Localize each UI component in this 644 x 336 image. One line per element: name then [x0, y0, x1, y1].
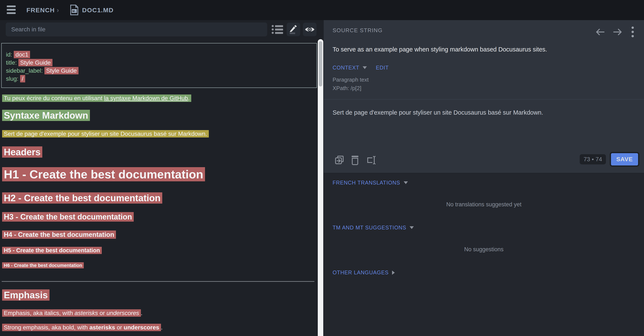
source-string-text: To serve as an example page when styling… — [332, 46, 547, 53]
translation-text: Sert de page d'exemple pour styliser un … — [332, 109, 543, 116]
string-intro-translated[interactable]: Tu peux écrire du contenu en utilisant l… — [2, 94, 191, 102]
string-headers[interactable]: Headers — [2, 146, 42, 158]
copy-source-icon[interactable] — [335, 155, 344, 165]
heading-h1: H1 - Create the best documentation — [2, 167, 205, 181]
more-options-kebab-icon[interactable] — [631, 26, 635, 38]
breadcrumb-file[interactable]: DOC1.MD — [82, 0, 114, 20]
heading-h5: H5 - Create the best documentation — [2, 247, 102, 254]
string-strong[interactable]: Strong emphasis, aka bold, with asterisk… — [2, 324, 161, 331]
string-h5[interactable]: H5 - Create the best documentation — [2, 247, 102, 254]
translation-editor[interactable]: Sert de page d'exemple pour styliser un … — [324, 100, 644, 149]
french-translations-section-header[interactable]: FRENCH TRANSLATIONS — [332, 180, 400, 186]
text-cursor-icon[interactable] — [366, 155, 376, 165]
next-string-arrow-icon[interactable] — [613, 28, 622, 36]
heading-h2: H2 - Create the best documentation — [2, 193, 162, 203]
translations-triangle-down-icon[interactable] — [404, 181, 408, 184]
vertical-scrollbar[interactable] — [318, 39, 323, 336]
string-h3[interactable]: H3 - Create the best documentation — [2, 212, 134, 222]
heading-h6: H6 - Create the best documentation — [2, 263, 84, 268]
other-languages-triangle-right-icon[interactable] — [392, 271, 395, 275]
heading-headers: Headers — [2, 147, 42, 157]
string-selected[interactable]: Sert de page d'exemple pour styliser un … — [2, 130, 209, 137]
context-triangle-down-icon[interactable] — [362, 66, 367, 69]
string-emphasis[interactable]: Emphasis, aka italics, with asterisks or… — [2, 309, 141, 317]
breadcrumb-project[interactable]: FRENCH — [26, 0, 55, 20]
source-string-section: SOURCE STRING To serve as an example pag… — [324, 20, 644, 173]
document-preview: Tu peux écrire du contenu en utilisant l… — [0, 20, 318, 336]
character-counter-badge: 73 • 74 — [580, 154, 606, 164]
delete-translation-trash-icon[interactable] — [351, 155, 359, 165]
hamburger-menu-icon[interactable] — [7, 6, 16, 14]
heading-emphasis: Emphasis — [2, 290, 50, 300]
edit-context-button[interactable]: EDIT — [376, 65, 389, 71]
translation-toolbar: 73 • 74 SAVE — [324, 149, 644, 173]
no-suggestions-text: No suggestions — [324, 246, 644, 253]
source-string-label: SOURCE STRING — [332, 27, 382, 34]
context-type-text: Paragraph text — [332, 76, 369, 83]
svg-text:M↓: M↓ — [72, 10, 76, 13]
topbar: FRENCH › M↓ DOC1.MD — [0, 0, 644, 20]
paragraph-strong: Strong emphasis, aka bold, with asterisk… — [2, 324, 162, 331]
string-h2[interactable]: H2 - Create the best documentation — [2, 192, 162, 204]
paragraph-selected: Sert de page d'exemple pour styliser un … — [2, 130, 209, 137]
context-dropdown[interactable]: CONTEXT — [332, 65, 359, 71]
string-emphasis-heading[interactable]: Emphasis — [2, 289, 50, 301]
string-h4[interactable]: H4 - Create the best documentation — [2, 231, 116, 239]
no-translations-text: No translations suggested yet — [324, 201, 644, 208]
horizontal-rule — [2, 281, 314, 282]
heading-syntax: Syntaxe Markdown — [2, 110, 90, 121]
heading-h3: H3 - Create the best documentation — [2, 213, 134, 221]
markdown-file-icon: M↓ — [70, 5, 79, 16]
heading-h4: H4 - Create the best documentation — [2, 231, 116, 239]
tm-mt-suggestions-section-header[interactable]: TM AND MT SUGGESTIONS — [332, 225, 406, 231]
paragraph-intro: Tu peux écrire du contenu en utilisant l… — [2, 95, 191, 102]
translation-panel: SOURCE STRING To serve as an example pag… — [324, 20, 644, 336]
string-syntax-translated[interactable]: Syntaxe Markdown — [2, 110, 90, 121]
breadcrumb-chevron-icon: › — [57, 0, 59, 20]
tm-triangle-down-icon[interactable] — [410, 226, 414, 229]
suggestions-area: FRENCH TRANSLATIONS No translations sugg… — [324, 174, 644, 336]
file-preview-panel: id: doc1 title: Style Guide sidebar_labe… — [0, 20, 318, 336]
markdown-link[interactable]: la syntaxe Markdown de GitHub — [104, 95, 188, 101]
other-languages-section-header[interactable]: OTHER LANGUAGES — [332, 269, 389, 276]
paragraph-emphasis: Emphasis, aka italics, with asterisks or… — [2, 310, 142, 316]
previous-string-arrow-icon[interactable] — [596, 28, 604, 36]
save-button[interactable]: SAVE — [610, 152, 639, 167]
string-h6[interactable]: H6 - Create the best documentation — [2, 262, 84, 268]
context-xpath-text: XPath: /p[2] — [332, 85, 361, 92]
scrollbar-thumb[interactable] — [319, 41, 322, 86]
string-h1[interactable]: H1 - Create the best documentation — [2, 167, 205, 181]
